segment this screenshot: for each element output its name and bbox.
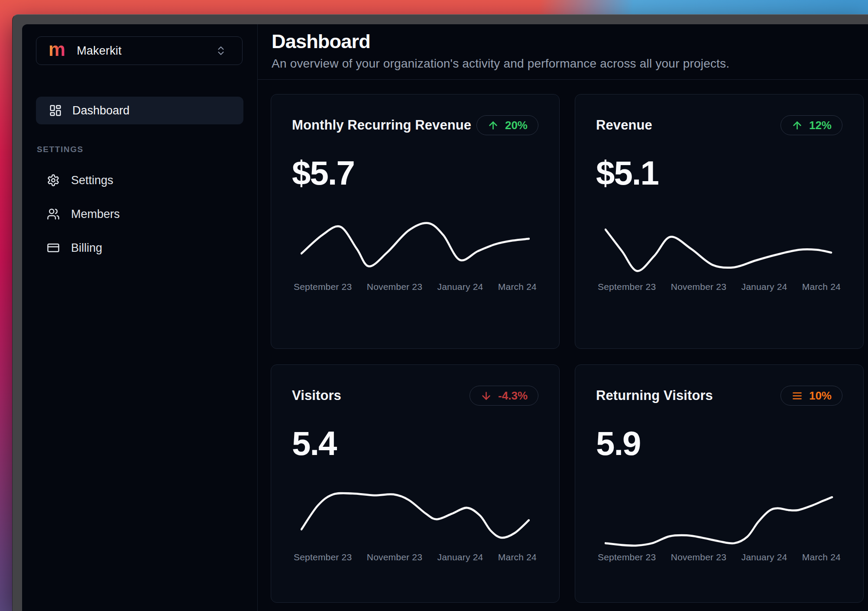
credit-card-icon: [47, 241, 60, 254]
card-revenue: Revenue 12% $5.1 September 23 November 2…: [575, 94, 864, 349]
metric-value: 5.9: [596, 426, 842, 460]
workspace-name: Makerkit: [77, 44, 122, 58]
menu-trend-icon: [791, 390, 803, 402]
x-tick: March 24: [802, 552, 841, 562]
page-subtitle: An overview of your organization's activ…: [272, 57, 868, 71]
x-tick: January 24: [437, 552, 483, 562]
card-title: Returning Visitors: [596, 388, 713, 403]
stats-grid: Monthly Recurring Revenue 20% $5.7 Septe…: [271, 94, 864, 603]
sparkline-chart: [301, 217, 530, 276]
main-area: Dashboard An overview of your organizati…: [258, 24, 868, 611]
workspace-selector[interactable]: m Makerkit: [36, 36, 243, 65]
arrow-up-icon: [487, 120, 499, 131]
sidebar-section-label: SETTINGS: [37, 145, 243, 154]
card-visitors: Visitors -4.3% 5.4 September 23 November…: [271, 364, 560, 603]
x-axis-labels: September 23 November 23 January 24 Marc…: [596, 552, 842, 562]
layout-dashboard-icon: [49, 104, 62, 117]
x-tick: January 24: [742, 552, 787, 562]
settings-nav: Settings Members Billing: [36, 172, 243, 273]
x-tick: September 23: [294, 552, 352, 562]
card-title: Visitors: [292, 388, 341, 403]
metric-value: 5.4: [292, 426, 538, 460]
x-tick: March 24: [498, 282, 537, 292]
gear-icon: [47, 174, 60, 187]
x-axis-labels: September 23 November 23 January 24 Marc…: [292, 282, 538, 292]
x-tick: January 24: [437, 282, 483, 292]
x-tick: January 24: [742, 282, 787, 292]
x-tick: November 23: [671, 552, 726, 562]
x-tick: November 23: [367, 282, 422, 292]
sidebar-item-label: Members: [71, 208, 120, 221]
sparkline-chart: [605, 487, 834, 547]
x-tick: March 24: [498, 552, 537, 562]
sidebar-item-label: Billing: [71, 241, 102, 255]
x-tick: September 23: [598, 282, 656, 292]
app-content: m Makerkit Dashboard SETTINGS: [22, 24, 868, 611]
sidebar-item-members[interactable]: Members: [36, 205, 243, 223]
sidebar-nav: Dashboard: [36, 97, 243, 124]
sidebar: m Makerkit Dashboard SETTINGS: [22, 24, 258, 611]
metric-value: $5.1: [596, 156, 842, 190]
x-tick: September 23: [598, 552, 656, 562]
trend-badge: 12%: [781, 115, 842, 135]
sidebar-item-label: Dashboard: [72, 104, 130, 117]
trend-badge: 10%: [781, 386, 842, 406]
sidebar-item-settings[interactable]: Settings: [36, 172, 243, 189]
metric-value: $5.7: [292, 156, 538, 190]
sidebar-item-dashboard[interactable]: Dashboard: [36, 97, 243, 124]
card-monthly-recurring-revenue: Monthly Recurring Revenue 20% $5.7 Septe…: [271, 94, 560, 349]
x-tick: September 23: [294, 282, 352, 292]
arrow-down-icon: [480, 390, 492, 402]
sidebar-item-label: Settings: [71, 174, 113, 187]
page-title: Dashboard: [272, 30, 868, 53]
trend-value: 10%: [809, 389, 832, 403]
trend-value: 20%: [505, 119, 528, 132]
sparkline-chart: [301, 487, 530, 547]
x-axis-labels: September 23 November 23 January 24 Marc…: [596, 282, 842, 292]
chevrons-up-down-icon: [215, 45, 227, 56]
x-tick: November 23: [671, 282, 726, 292]
x-axis-labels: September 23 November 23 January 24 Marc…: [292, 552, 538, 562]
trend-value: -4.3%: [498, 389, 528, 403]
trend-badge: 20%: [476, 115, 538, 135]
card-returning-visitors: Returning Visitors 10% 5.9 September 23 …: [575, 364, 864, 603]
trend-value: 12%: [809, 119, 832, 132]
makerkit-logo: m: [49, 40, 65, 59]
x-tick: November 23: [367, 552, 422, 562]
users-icon: [47, 208, 60, 221]
trend-badge: -4.3%: [470, 386, 538, 406]
card-title: Monthly Recurring Revenue: [292, 117, 471, 133]
page-header: Dashboard An overview of your organizati…: [258, 24, 868, 80]
x-tick: March 24: [802, 282, 841, 292]
card-title: Revenue: [596, 117, 652, 133]
sidebar-item-billing[interactable]: Billing: [36, 239, 243, 257]
sparkline-chart: [605, 217, 834, 276]
arrow-up-icon: [791, 120, 803, 131]
app-window: m Makerkit Dashboard SETTINGS: [12, 14, 868, 611]
